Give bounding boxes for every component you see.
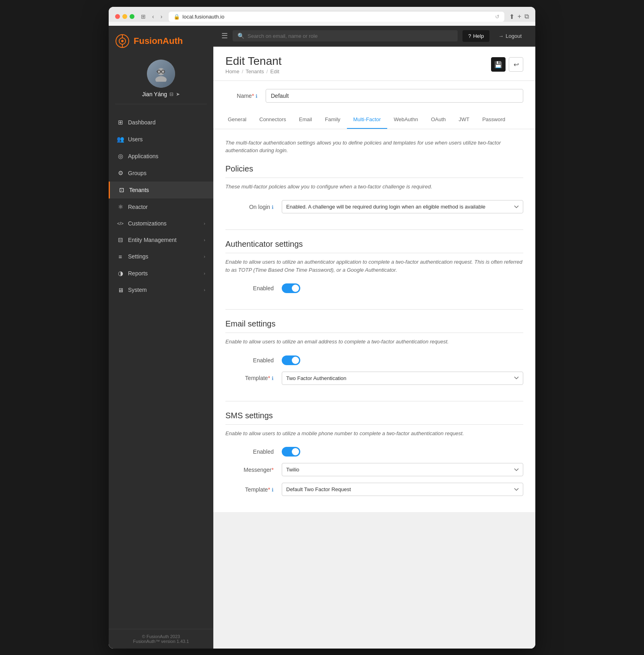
breadcrumb-home[interactable]: Home xyxy=(225,68,239,74)
new-tab-btn[interactable]: + xyxy=(518,13,521,21)
logout-icon: → xyxy=(498,33,504,39)
page-header: Edit Tenant Home / Tenants / Edit 💾 ↩ xyxy=(213,47,535,81)
sidebar-item-users[interactable]: 👥 Users xyxy=(109,131,213,148)
top-nav-actions: ? Help → Logout xyxy=(462,30,527,42)
on-login-info-icon[interactable]: ℹ xyxy=(272,205,274,210)
sidebar-user: Jian Yáng ⊟ ➤ xyxy=(115,56,207,104)
sidebar-toggle-btn[interactable]: ⊞ xyxy=(139,12,147,21)
share-btn[interactable]: ⬆ xyxy=(509,13,514,21)
authenticator-toggle[interactable] xyxy=(282,283,300,293)
sms-messenger-select[interactable]: Twilio xyxy=(282,463,523,476)
name-field-section: Name* ℹ xyxy=(213,81,535,103)
maximize-button[interactable] xyxy=(130,14,134,19)
footer-version: FusionAuth™ version 1.43.1 xyxy=(115,639,207,644)
authenticator-description: Enable to allow users to utilize an auth… xyxy=(225,258,523,274)
authenticator-section: Authenticator settings Enable to allow u… xyxy=(213,230,535,309)
sidebar-item-label: Groups xyxy=(128,170,147,176)
tab-multi-factor[interactable]: Multi-Factor xyxy=(347,111,388,129)
name-field-row: Name* ℹ xyxy=(225,89,523,103)
email-template-info-icon[interactable]: ℹ xyxy=(272,376,274,381)
sms-settings-title: SMS settings xyxy=(225,411,523,425)
sidebar-item-tenants[interactable]: ⊡ Tenants xyxy=(109,182,213,198)
email-toggle-wrapper xyxy=(282,355,523,365)
chevron-icon: › xyxy=(204,287,205,292)
sidebar-item-system[interactable]: 🖥 System › xyxy=(109,282,213,298)
sidebar-item-dashboard[interactable]: ⊞ Dashboard xyxy=(109,114,213,131)
logout-label: Logout xyxy=(506,33,522,39)
browser-action-buttons: ⬆ + ⧉ xyxy=(509,13,529,21)
sidebar-item-reports[interactable]: ◑ Reports › xyxy=(109,265,213,282)
policies-section: Policies These multi-factor policies all… xyxy=(225,164,523,214)
tab-connectors[interactable]: Connectors xyxy=(253,111,292,129)
tabs-container: General Connectors Email Family Multi-Fa… xyxy=(213,111,535,129)
tab-jwt[interactable]: JWT xyxy=(452,111,476,129)
system-icon: 🖥 xyxy=(117,287,124,293)
sidebar-item-entity-management[interactable]: ⊟ Entity Management › xyxy=(109,231,213,248)
tabs: General Connectors Email Family Multi-Fa… xyxy=(213,111,535,129)
sms-template-info-icon[interactable]: ℹ xyxy=(272,487,274,493)
content-wrapper: Name* ℹ General Connectors Email Fami xyxy=(213,81,535,512)
tab-general[interactable]: General xyxy=(221,111,253,129)
svg-point-6 xyxy=(155,76,167,82)
reactor-icon: ⚛ xyxy=(117,203,124,211)
sidebar-item-reactor[interactable]: ⚛ Reactor xyxy=(109,198,213,215)
search-bar: 🔍 xyxy=(233,30,458,41)
browser-chrome: ⊞ ‹ › 🔒 local.fusionauth.io ↺ ⬆ + ⧉ xyxy=(109,7,535,22)
sidebar-header: FusionAuth xyxy=(109,26,213,111)
tab-oauth[interactable]: OAuth xyxy=(425,111,452,129)
browser-controls: ⊞ ‹ › xyxy=(139,12,164,21)
tabs-btn[interactable]: ⧉ xyxy=(524,13,529,21)
hamburger-icon[interactable]: ☰ xyxy=(221,31,228,40)
search-input[interactable] xyxy=(248,33,453,39)
refresh-icon[interactable]: ↺ xyxy=(495,14,500,20)
tab-password[interactable]: Password xyxy=(476,111,512,129)
sidebar-item-customizations[interactable]: </> Customizations › xyxy=(109,215,213,231)
name-input[interactable] xyxy=(266,89,523,103)
tab-webauthn[interactable]: WebAuthn xyxy=(387,111,424,129)
sidebar-item-settings[interactable]: ≡ Settings › xyxy=(109,248,213,265)
breadcrumb-edit: Edit xyxy=(270,68,279,74)
groups-icon: ⚙ xyxy=(117,169,124,177)
breadcrumb-tenants[interactable]: Tenants xyxy=(246,68,264,74)
email-toggle[interactable] xyxy=(282,355,300,365)
authenticator-title: Authenticator settings xyxy=(225,240,523,253)
back-btn[interactable]: ‹ xyxy=(151,12,156,21)
tab-email[interactable]: Email xyxy=(293,111,319,129)
logo-fusion: Fusion xyxy=(134,36,163,46)
sms-settings-section: SMS settings Enable to allow users to ut… xyxy=(213,401,535,512)
back-button[interactable]: ↩ xyxy=(509,57,523,72)
name-label: Name* ℹ xyxy=(225,93,258,99)
sidebar-item-label: Settings xyxy=(128,253,149,260)
sidebar-item-groups[interactable]: ⚙ Groups xyxy=(109,165,213,182)
help-button[interactable]: ? Help xyxy=(462,30,489,42)
sidebar-item-label: Customizations xyxy=(128,220,167,227)
traffic-lights xyxy=(115,14,134,19)
sms-template-select[interactable]: Default Two Factor Request xyxy=(282,483,523,496)
fusionauth-logo-icon xyxy=(115,34,130,48)
on-login-select[interactable]: Enabled. A challenge will be required du… xyxy=(282,200,523,213)
on-login-select-wrapper: Enabled. A challenge will be required du… xyxy=(282,200,523,213)
url-text: local.fusionauth.io xyxy=(182,14,224,20)
page-actions: 💾 ↩ xyxy=(491,57,523,72)
save-button[interactable]: 💾 xyxy=(491,57,506,72)
entity-management-icon: ⊟ xyxy=(117,236,124,244)
email-template-select[interactable]: Two Factor Authentication xyxy=(282,372,523,385)
tab-family[interactable]: Family xyxy=(318,111,347,129)
minimize-button[interactable] xyxy=(122,14,127,19)
forward-btn[interactable]: › xyxy=(159,12,164,21)
security-icon: 🔒 xyxy=(173,14,180,20)
info-icon[interactable]: ℹ xyxy=(256,93,258,99)
sidebar-item-label: Reports xyxy=(128,270,148,277)
app-container: FusionAuth xyxy=(109,26,535,649)
email-enabled-label: Enabled xyxy=(225,357,274,364)
logout-button[interactable]: → Logout xyxy=(493,30,527,42)
email-enabled-row: Enabled xyxy=(225,355,523,365)
right-panel: ☰ 🔍 ? Help → Logout xyxy=(213,26,535,649)
sms-messenger-row: Messenger* Twilio xyxy=(225,463,523,476)
user-card-icon: ⊟ xyxy=(169,91,173,97)
sms-toggle[interactable] xyxy=(282,447,300,457)
sidebar-item-applications[interactable]: ◎ Applications xyxy=(109,148,213,165)
close-button[interactable] xyxy=(115,14,120,19)
sidebar-logo: FusionAuth xyxy=(115,34,207,48)
chevron-icon: › xyxy=(204,271,205,276)
